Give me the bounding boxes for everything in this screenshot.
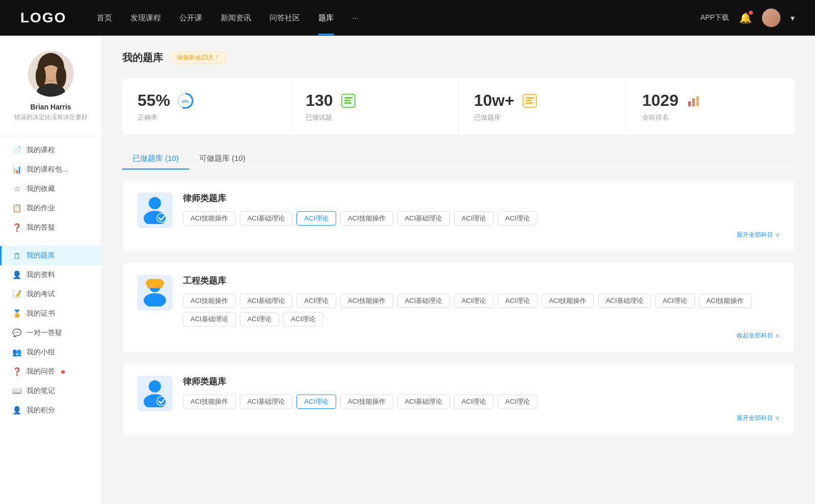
qbank-0-expand-btn[interactable]: 展开全部科目 ∨ [183,231,780,239]
qbank-2-tag-3[interactable]: ACI技能操作 [340,395,393,409]
nav-link-首页[interactable]: 首页 [97,13,112,23]
page-wrapper: Brian Harris 错误的决定比没有决定要好 📄 我的课程 📊 我的课程包… [0,36,815,504]
list-blue-icon [339,92,358,110]
svg-point-31 [157,397,166,406]
notification-dot [749,11,753,15]
qbank-2-tag-4[interactable]: ACI基础理论 [397,395,450,409]
sidebar-dot-11 [61,370,65,374]
tab-done-banks[interactable]: 已做题库 (10) [122,149,189,170]
sidebar-icon-13: 👤 [12,406,21,415]
sidebar-divider-mid [0,241,101,242]
sidebar-item-4[interactable]: ❓ 我的答疑 [0,218,101,237]
list-yellow-icon [521,92,539,110]
qbank-1-tag-1[interactable]: ACI基础理论 [240,294,293,308]
page-header: 我的题库 体验剩余23天！ [122,51,795,65]
stat-done-questions: 130 已做试题 [290,79,458,134]
sidebar-item-2[interactable]: ☆ 我的收藏 [0,179,101,199]
sidebar-label-8: 我的证书 [26,309,55,318]
qbank-1-body: 工程类题库 ACI技能操作 ACI基础理论 ACI理论 ACI技能操作 ACI基… [183,275,780,340]
sidebar-user-bio: 错误的决定比没有决定要好 [10,113,91,122]
qbank-1-tag-8[interactable]: ACI基础理论 [598,294,651,308]
svg-point-21 [149,197,161,209]
sidebar-item-8[interactable]: 🏅 我的证书 [0,304,101,323]
sidebar-label-1: 我的课程包... [26,165,68,174]
qbank-2-tag-0[interactable]: ACI技能操作 [183,395,236,409]
qbank-1-tag-7[interactable]: ACI技能操作 [541,294,594,308]
qbank-1-expand-btn[interactable]: 收起全部科目 ∧ [183,331,780,340]
qbank-1-tag-12[interactable]: ACI理论 [240,312,280,326]
sidebar-item-10[interactable]: 👥 我的小组 [0,343,101,362]
sidebar-item-6[interactable]: 👤 我的资料 [0,265,101,285]
qbank-1-tag-13[interactable]: ACI理论 [283,312,323,326]
qbank-2-body: 律师类题库 ACI技能操作 ACI基础理论 ACI理论 ACI技能操作 ACI基… [183,376,780,423]
qbank-0-tag-1[interactable]: ACI基础理论 [240,211,293,226]
qbank-1-tag-6[interactable]: ACI理论 [498,294,537,308]
nav-link-问答社区[interactable]: 问答社区 [269,13,300,23]
qbank-2-tags: ACI技能操作 ACI基础理论 ACI理论 ACI技能操作 ACI基础理论 AC… [183,395,780,409]
chevron-down-icon[interactable]: ▾ [791,13,795,23]
qbank-2-tag-1[interactable]: ACI基础理论 [240,395,293,409]
qbank-1-tag-11[interactable]: ACI基础理论 [183,312,236,326]
nav-link-题库[interactable]: 题库 [318,13,334,23]
qbank-1-tag-10[interactable]: ACI技能操作 [699,294,752,308]
svg-rect-15 [526,97,534,99]
nav-link-···[interactable]: ··· [352,13,359,23]
sidebar-item-1[interactable]: 📊 我的课程包... [0,160,101,179]
qbank-1-tag-0[interactable]: ACI技能操作 [183,294,236,308]
qbank-2-title: 律师类题库 [183,376,780,387]
sidebar-label-13: 我的积分 [26,406,55,415]
sidebar-item-13[interactable]: 👤 我的积分 [0,401,101,420]
qbank-0-tag-4[interactable]: ACI基础理论 [397,211,450,226]
svg-text:55%: 55% [182,100,189,103]
nav-link-公开课[interactable]: 公开课 [179,13,202,23]
sidebar-item-11[interactable]: ❓ 我的问答 [0,362,101,381]
qbank-2-expand-btn[interactable]: 展开全部科目 ∨ [183,414,780,423]
nav-link-发现课程[interactable]: 发现课程 [130,13,161,23]
sidebar-item-12[interactable]: 📖 我的笔记 [0,381,101,401]
qbank-0-tag-2[interactable]: ACI理论 [296,211,336,226]
qbank-0-tag-0[interactable]: ACI技能操作 [183,211,236,226]
stat-accuracy: 55% 55% 正确率 [122,79,290,134]
qbank-1-tag-3[interactable]: ACI技能操作 [340,294,393,308]
svg-point-25 [144,293,166,306]
sidebar: Brian Harris 错误的决定比没有决定要好 📄 我的课程 📊 我的课程包… [0,36,102,504]
qbank-0-tag-3[interactable]: ACI技能操作 [340,211,393,226]
sidebar-icon-10: 👥 [12,348,21,357]
qbank-1-tag-4[interactable]: ACI基础理论 [397,294,450,308]
sidebar-icon-4: ❓ [12,223,21,232]
sidebar-icon-8: 🏅 [12,309,21,318]
sidebar-user-name: Brian Harris [10,103,91,111]
qbank-0-tag-6[interactable]: ACI理论 [498,211,537,226]
qbank-2-tag-5[interactable]: ACI理论 [454,395,494,409]
qbank-2-icon [137,376,173,411]
svg-point-5 [56,65,66,88]
stat-done-banks-label: 已做题库 [474,113,611,122]
avatar[interactable] [762,9,780,27]
qbank-2-tag-2[interactable]: ACI理论 [296,395,336,409]
tab-available-banks[interactable]: 可做题库 (10) [189,149,256,170]
sidebar-icon-1: 📊 [12,165,21,174]
qbank-0-icon [137,192,173,228]
qbank-2-tag-6[interactable]: ACI理论 [498,395,537,409]
sidebar-item-3[interactable]: 📋 我的作业 [0,199,101,218]
qbank-1-tag-2[interactable]: ACI理论 [296,294,336,308]
sidebar-item-0[interactable]: 📄 我的课程 [0,141,101,160]
qbank-card-2: 律师类题库 ACI技能操作 ACI基础理论 ACI理论 ACI技能操作 ACI基… [122,363,795,435]
sidebar-item-9[interactable]: 💬 一对一答疑 [0,323,101,343]
sidebar-item-5[interactable]: 🗒 我的题库 [0,246,101,265]
qbank-1-tag-9[interactable]: ACI理论 [655,294,695,308]
sidebar-item-7[interactable]: 📝 我的考试 [0,285,101,304]
nav-link-新闻资讯[interactable]: 新闻资讯 [221,13,251,23]
sidebar-label-11: 我的问答 [26,367,55,376]
app-download-button[interactable]: APP下载 [700,13,729,22]
sidebar-icon-2: ☆ [12,184,21,193]
nav-right: APP下载 🔔 ▾ [700,9,795,27]
svg-rect-27 [147,286,162,288]
svg-rect-18 [688,101,691,106]
notification-bell-button[interactable]: 🔔 [739,12,752,24]
svg-point-4 [36,65,46,88]
qbank-1-tag-5[interactable]: ACI理论 [454,294,494,308]
stat-done-banks: 10w+ 已做题库 [459,79,627,134]
qbank-0-tag-5[interactable]: ACI理论 [454,211,494,226]
svg-rect-19 [692,98,695,106]
